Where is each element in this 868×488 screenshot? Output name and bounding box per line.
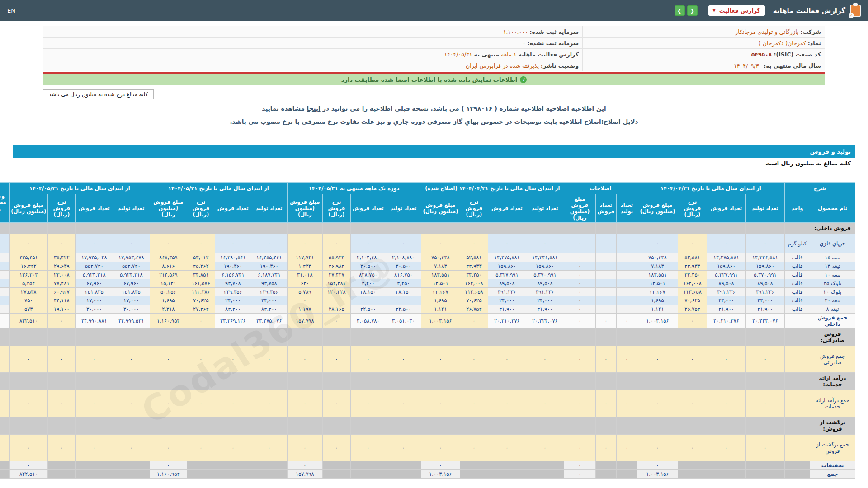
report-type-dropdown[interactable]: گزارش فعالیت ▼ — [708, 5, 765, 16]
table-cell-rate: ۲۷,۴۶۴ — [187, 305, 215, 314]
table-cell-qty — [745, 373, 784, 390]
table-cell-qty: ۱۹۰,۳۶۰ — [215, 262, 251, 271]
language-toggle-en[interactable]: EN — [7, 7, 15, 14]
previous-version-link[interactable]: اینجا — [307, 105, 321, 112]
table-cell-rate — [460, 373, 488, 390]
table-cell-qty: ۴۳۹,۳۵۶ — [251, 288, 287, 296]
table-cell-qty: ۱۵۹,۸۶۰ — [745, 262, 784, 271]
report-period-date: ۱۴۰۴/۰۵/۳۱ — [444, 51, 472, 58]
table-cell-rate: ۰ — [322, 314, 350, 328]
table-cell-qty: ۸۹,۵۰۸ — [707, 279, 745, 288]
table-cell-name: جمع — [810, 470, 855, 479]
company-label: شرکت: — [800, 28, 821, 35]
table-cell-rate: ۷۰,۶۲۵ — [460, 296, 488, 305]
table-cell-status: تولید — [0, 262, 9, 271]
table-cell-rate — [187, 223, 215, 234]
production-sales-table: شرحاز ابتدای سال مالی تا تاریخ ۱۴۰۴/۰۴/۳… — [0, 182, 855, 479]
table-cell-amtp: ۰ — [564, 305, 595, 314]
table-cell-amt: ۸۲۲,۵۱۰ — [9, 314, 47, 328]
table-cell-rate: ۰ — [678, 390, 707, 417]
table-cell-qty — [350, 470, 386, 479]
table-cell-unit: قالب — [784, 296, 810, 305]
table-cell-rate — [47, 328, 75, 346]
table-cell-qty: ۱۴,۳۴۶,۵۸۱ — [526, 253, 564, 262]
table-cell-amt: ۰ — [287, 461, 322, 470]
table-cell-rate — [322, 328, 350, 346]
table-cell-amt: ۰ — [287, 346, 322, 373]
table-cell-qty — [251, 373, 287, 390]
table-cell-qty — [616, 305, 637, 314]
table-cell-qty: ۲۴,۰۰۰ — [251, 296, 287, 305]
table-cell-qty: ۳۰,۵۰۰ — [350, 262, 386, 271]
table-cell-rate: ۰ — [460, 346, 488, 373]
table-cell-amt: ۶۳۵,۶۵۱ — [9, 253, 47, 262]
table-cell-amt — [9, 417, 47, 435]
prev-report-button[interactable]: ❮ — [687, 5, 698, 16]
table-cell-amt — [150, 328, 187, 346]
table-cell-amt: ۷۵۰ — [9, 296, 47, 305]
table-cell-amt: ۱۶,۴۴۲ — [9, 262, 47, 271]
table-cell-qty: ۰ — [251, 346, 287, 373]
group-header-period-5: از ابتدای سال مالی تا تاریخ ۱۴۰۳/۰۵/۳۱ — [9, 183, 150, 194]
table-cell-qty — [616, 461, 637, 470]
isic-value: ۵۴۹۵۰۸ — [751, 51, 772, 58]
table-cell-amt: ۶۴۰ — [287, 279, 322, 288]
table-cell-qty — [350, 373, 386, 390]
table-cell-qty: ۰ — [488, 390, 526, 417]
next-report-button[interactable]: ❯ — [675, 5, 685, 16]
table-cell-status: تولید — [0, 305, 9, 314]
table-cell-name: تیغه ۸ — [810, 305, 855, 314]
table-cell-amt: ۱,۱۹۷ — [287, 305, 322, 314]
table-cell-amtp — [564, 223, 595, 234]
table-cell-qty: ۱۵۹,۸۶۰ — [488, 262, 526, 271]
table-cell-qty: ۲۴,۰۰۰ — [526, 296, 564, 305]
table-cell-qty — [595, 288, 616, 296]
table-cell-name: تیغه ۱۰ — [810, 271, 855, 279]
column-header: مبلغ فروش (میلیون ریال) — [637, 194, 678, 223]
table-cell-qty: ۲۳,۳۶۹,۱۲۶ — [215, 314, 251, 328]
table-cell-unit: قالب — [784, 262, 810, 271]
table-cell-status: تولید — [0, 234, 9, 253]
column-header: نرخ فروش (ریال) — [678, 194, 707, 223]
table-cell-qty — [75, 470, 113, 479]
table-row: نماد: کمرجان( ذکمرجان ) سرمایه ثبت نشده:… — [43, 38, 825, 49]
table-cell-qty — [616, 279, 637, 288]
table-cell-qty — [745, 470, 784, 479]
table-cell-amtp: ۱,۰۰۳,۱۵۶ — [637, 470, 678, 479]
table-cell-qty — [616, 262, 637, 271]
table-row: سال مالی منتهی به: ۱۴۰۴/۰۹/۳۰ وضعیت ناشر… — [43, 60, 825, 71]
table-cell-unit — [784, 435, 810, 461]
table-cell-qty: ۵,۹۲۴,۳۱۸ — [113, 271, 150, 279]
registered-capital-value: ۱,۱۰۰,۰۰۰ — [503, 28, 528, 35]
company-value[interactable]: بازرگاني و توليدي مرجانکار — [735, 28, 798, 35]
table-cell-rate: ۳۷,۴۲۷ — [322, 271, 350, 279]
table-cell-status — [0, 461, 9, 470]
table-cell-qty: ۰ — [616, 435, 637, 461]
table-cell-unit — [784, 373, 810, 390]
table-cell-qty: ۰ — [616, 314, 637, 328]
table-cell-qty — [350, 417, 386, 435]
symbol-value[interactable]: کمرجان( ذکمرجان ) — [759, 40, 806, 47]
table-cell-qty — [386, 417, 421, 435]
table-cell-qty: ۰ — [251, 390, 287, 417]
fiscal-year-cell: سال مالی منتهی به: ۱۴۰۴/۰۹/۳۰ — [583, 60, 825, 71]
table-cell-rate — [322, 223, 350, 234]
table-cell-amt: ۴۴,۴۶۷ — [421, 288, 460, 296]
table-cell-qty: ۳۹۱,۲۳۶ — [488, 288, 526, 296]
table-cell-amtp: ۰ — [564, 461, 595, 470]
table-cell-qty — [526, 417, 564, 435]
table-cell-rate: ۰ — [322, 346, 350, 373]
column-header: مبلغ فروش (میلیون ریال) — [421, 194, 460, 223]
company-info-table: شرکت: بازرگاني و توليدي مرجانکار سرمایه … — [43, 26, 825, 71]
table-cell-rate — [187, 417, 215, 435]
report-period-cell: گزارش فعالیت ماهانه ۱ ماهه منتهی به ۱۴۰۴… — [43, 49, 583, 60]
table-cell-amt — [150, 417, 187, 435]
table-cell-amtp: ۰ — [564, 470, 595, 479]
table-row: جمع۱,۰۰۳,۱۵۶۰۱,۰۰۳,۱۵۶۱۵۷,۷۹۸۱,۱۶۰,۹۵۴۸۲… — [0, 470, 855, 479]
table-row: بلوک ۲۰قالب۳۹۱,۲۳۶۳۹۱,۲۳۶۱۱۳,۶۵۸۴۴,۴۶۷۰۳… — [0, 288, 855, 296]
table-cell-amt: ۰ — [421, 234, 460, 253]
table-cell-rate: ۳۴,۸۵۱ — [187, 271, 215, 279]
table-cell-unit — [784, 223, 810, 234]
table-cell-amt — [9, 373, 47, 390]
table-cell-qty: ۰ — [386, 435, 421, 461]
